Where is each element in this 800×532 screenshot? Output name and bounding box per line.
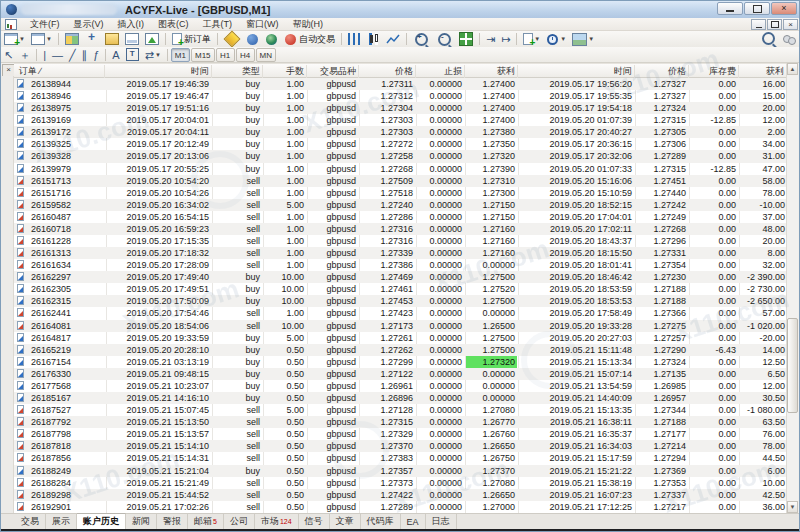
header-swap[interactable]: 库存费	[690, 65, 739, 78]
tab-交易[interactable]: 交易	[15, 514, 46, 529]
table-row[interactable]: 261877982019.05.21 15:13:57sell0.50gbpus…	[14, 428, 788, 440]
table-row[interactable]: 261671542019.05.21 03:13:19buy0.50gbpusd…	[14, 356, 788, 368]
header-type[interactable]: 类型	[213, 65, 263, 78]
header-tp[interactable]: 获利	[466, 65, 518, 78]
table-row[interactable]: 261389752019.05.17 19:51:16buy1.00gbpusd…	[14, 102, 788, 114]
table-row[interactable]: 261393252019.05.17 20:12:49buy1.00gbpusd…	[14, 138, 788, 150]
table-row[interactable]: 261391722019.05.17 20:04:11buy1.00gbpusd…	[14, 126, 788, 138]
cursor-button[interactable]: ↖	[1, 46, 16, 63]
tab-EA[interactable]: EA	[401, 514, 426, 529]
table-row[interactable]: 261622972019.05.20 17:49:40buy10.00gbpus…	[14, 271, 788, 283]
table-row[interactable]: 261875272019.05.21 15:07:45sell5.00gbpus…	[14, 404, 788, 416]
header-close-price[interactable]: 价格	[636, 65, 689, 78]
table-row[interactable]: 261652192019.05.20 20:28:10buy0.50gbpusd…	[14, 344, 788, 356]
auto-scroll-button[interactable]: ⇥	[483, 31, 498, 48]
mdi-minimize-button[interactable]	[751, 19, 766, 30]
tab-代码库[interactable]: 代码库	[361, 514, 401, 529]
horizontal-line-button[interactable]: —	[49, 46, 66, 63]
table-row[interactable]: 261623052019.05.20 17:49:51buy10.00gbpus…	[14, 283, 788, 295]
text-label-button[interactable]: T	[123, 46, 142, 63]
strategy-tester-button[interactable]	[142, 31, 162, 48]
scroll-up-icon[interactable]: ▲	[787, 63, 798, 75]
table-row[interactable]: 261763302019.05.21 09:48:15buy0.50gbpusd…	[14, 368, 788, 380]
tab-日志[interactable]: 日志	[426, 514, 457, 529]
menu-item-3[interactable]: 图表(C)	[151, 18, 196, 31]
candlestick-button[interactable]	[364, 31, 383, 48]
menu-item-2[interactable]: 插入(I)	[111, 18, 152, 31]
scrollbar-thumb[interactable]	[787, 318, 798, 413]
table-row[interactable]: 261882842019.05.21 15:21:49sell0.50gbpus…	[14, 477, 788, 489]
menu-item-1[interactable]: 显示(V)	[67, 18, 111, 31]
terminal-button[interactable]	[122, 31, 142, 48]
table-row[interactable]: 261929012019.05.21 17:02:26sell0.50gbpus…	[14, 501, 788, 513]
table-row[interactable]: 261892982019.05.21 15:44:52sell0.50gbpus…	[14, 489, 788, 501]
new-chart-button[interactable]: ▼	[1, 31, 28, 48]
tab-市场[interactable]: 市场124	[255, 514, 299, 529]
maximize-button[interactable]	[744, 2, 770, 15]
tab-公司[interactable]: 公司	[224, 514, 255, 529]
table-row[interactable]: 261517132019.05.20 10:54:20sell1.00gbpus…	[14, 175, 788, 187]
menu-item-6[interactable]: 帮助(H)	[286, 18, 331, 31]
vertical-line-button[interactable]: |	[40, 46, 49, 63]
periods-button[interactable]: ▼	[543, 31, 569, 48]
table-row[interactable]: 261851672019.05.21 14:16:10buy0.50gbpusd…	[14, 392, 788, 404]
chart-system-menu-icon[interactable]	[5, 19, 17, 30]
minimize-button[interactable]	[717, 2, 743, 15]
crosshair-button[interactable]: ＋	[16, 46, 33, 63]
scroll-down-icon[interactable]: ▼	[787, 501, 798, 513]
table-row[interactable]: 261640812019.05.20 18:54:06sell10.00gbpu…	[14, 320, 788, 332]
market-watch-button[interactable]	[62, 31, 82, 48]
table-row[interactable]: 261648172019.05.20 19:33:59buy5.00gbpusd…	[14, 332, 788, 344]
table-row[interactable]: 261775682019.05.21 10:23:07buy0.50gbpusd…	[14, 380, 788, 392]
table-row[interactable]: 261877922019.05.21 15:13:50sell0.50gbpus…	[14, 416, 788, 428]
table-row[interactable]: 261517162019.05.20 10:54:26sell1.00gbpus…	[14, 187, 788, 199]
timeframe-button-m1[interactable]: M1	[171, 48, 190, 62]
close-button[interactable]: ×	[771, 2, 797, 15]
header-open-time[interactable]: 时间	[108, 65, 212, 78]
table-row[interactable]: 261616342019.05.20 17:28:09sell1.00gbpus…	[14, 259, 788, 271]
tab-警报[interactable]: 警报	[157, 514, 188, 529]
market-community-button[interactable]	[243, 31, 262, 48]
header-order[interactable]: 订单 ∕	[17, 65, 105, 78]
vertical-scrollbar[interactable]: ▲ ▼	[786, 63, 798, 513]
data-window-button[interactable]	[82, 31, 102, 48]
header-profit[interactable]: 获利	[740, 65, 786, 78]
trendline-button[interactable]: ╱	[66, 46, 79, 63]
timeframe-button-h4[interactable]: H4	[236, 48, 255, 62]
table-row[interactable]: 261391692019.05.17 20:04:01buy1.00gbpusd…	[14, 114, 788, 126]
table-row[interactable]: 261613132019.05.20 17:18:32sell1.00gbpus…	[14, 247, 788, 259]
autotrading-button[interactable]: 自动交易	[281, 31, 338, 48]
header-symbol[interactable]: 交易品种	[308, 65, 359, 78]
table-row[interactable]: 261604872019.05.20 16:54:15sell1.00gbpus…	[14, 211, 788, 223]
tab-展示[interactable]: 展示	[46, 514, 77, 529]
bar-chart-button[interactable]	[345, 31, 364, 48]
tab-邮箱[interactable]: 邮箱5	[188, 514, 224, 529]
header-sl[interactable]: 止损	[417, 65, 465, 78]
table-row[interactable]: 261595822019.05.20 16:34:02sell5.00gbpus…	[14, 199, 788, 211]
navigator-button[interactable]	[102, 31, 122, 48]
header-open-price[interactable]: 价格	[360, 65, 416, 78]
new-order-button[interactable]: 新订单	[169, 31, 214, 48]
mdi-restore-button[interactable]	[767, 19, 782, 30]
table-row[interactable]: 261623152019.05.20 17:50:09buy10.00gbpus…	[14, 295, 788, 307]
timeframe-button-h1[interactable]: H1	[216, 48, 235, 62]
table-row[interactable]: 261389442019.05.17 19:46:39buy1.00gbpusd…	[14, 78, 788, 90]
templates-button[interactable]: ▼	[569, 31, 597, 48]
table-row[interactable]: 261882492019.05.21 15:21:04buy0.50gbpusd…	[14, 465, 788, 477]
chart-shift-button[interactable]: ↦	[498, 31, 513, 48]
indicators-button[interactable]: ▼	[520, 31, 543, 48]
table-row[interactable]: 261612282019.05.20 17:15:35sell1.00gbpus…	[14, 235, 788, 247]
tab-新闻[interactable]: 新闻	[126, 514, 157, 529]
table-row[interactable]: 261878562019.05.21 15:14:31sell0.50gbpus…	[14, 452, 788, 464]
community-icon[interactable]	[783, 35, 795, 43]
table-row[interactable]: 261393282019.05.17 20:13:06buy1.00gbpusd…	[14, 150, 788, 162]
header-close-time[interactable]: 时间	[519, 65, 635, 78]
menu-item-4[interactable]: 工具(T)	[196, 18, 240, 31]
fibonacci-button[interactable]: ƒ	[90, 46, 102, 63]
search-icon[interactable]	[762, 32, 775, 45]
arrows-button[interactable]: ⇄▼	[142, 46, 164, 63]
table-row[interactable]: 261607182019.05.20 16:59:23sell1.00gbpus…	[14, 223, 788, 235]
metaeditor-button[interactable]	[221, 31, 243, 48]
header-lots[interactable]: 手数	[264, 65, 307, 78]
profiles-button[interactable]: ▼	[28, 31, 55, 48]
